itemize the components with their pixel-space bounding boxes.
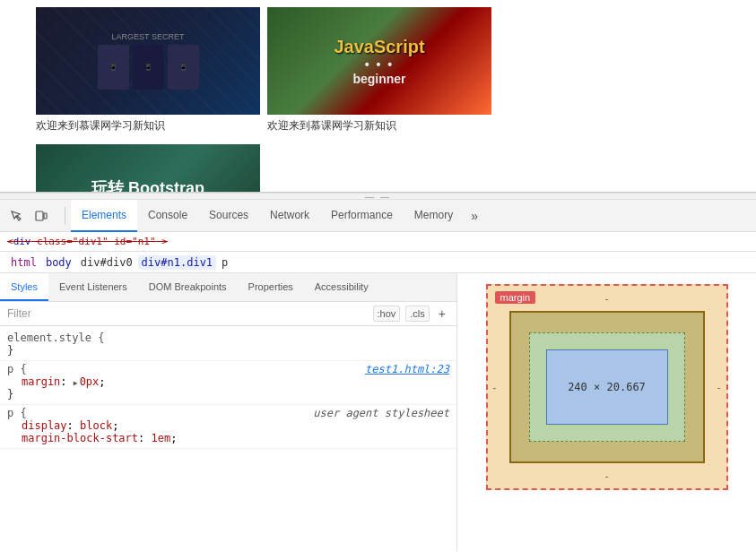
rule-element-style: element.style { } (0, 330, 456, 361)
prop-name-margin: margin (22, 375, 60, 388)
svg-rect-0 (36, 211, 43, 220)
course-thumb-1: LARGEST SECRET 📱 📱 📱 (36, 7, 260, 115)
styles-tab-styles[interactable]: Styles (0, 273, 48, 301)
breadcrumb-body[interactable]: body (42, 255, 75, 270)
course-thumb-3: 玩转 Bootstrap 基础篇 (36, 144, 260, 193)
rule-p-useragent: p { user agent stylesheet display: block… (0, 405, 456, 449)
prop-value-margin: 0px (80, 375, 100, 388)
toolbar-icons (5, 205, 52, 227)
styles-tab-properties[interactable]: Properties (238, 273, 304, 301)
tab-sources[interactable]: Sources (198, 200, 259, 232)
devtools-panel: Elements Console Sources Network Perform… (0, 200, 756, 560)
margin-bottom-value: - (605, 470, 609, 481)
element-preview: <div class="div1" id="n1" > (0, 232, 756, 252)
cls-button[interactable]: .cls (405, 306, 430, 322)
rule-source-useragent: user agent stylesheet (313, 407, 449, 419)
toolbar-divider (65, 207, 65, 225)
rule-selector-p-test1: p { test1.html:23 (7, 363, 449, 375)
prop-value-margin-block-start: 1em (152, 432, 171, 444)
filter-input[interactable] (7, 307, 368, 320)
device-toggle-icon[interactable] (30, 205, 52, 227)
prop-name-margin-block-start: margin-block-start (22, 432, 138, 444)
box-margin: margin - - - - border - - - - (486, 284, 728, 490)
styles-tabs: Styles Event Listeners DOM Breakpoints P… (0, 273, 456, 302)
rule-source-test1[interactable]: test1.html:23 (365, 363, 449, 375)
element-preview-text: <div class="div1" id="n1" > (7, 236, 168, 247)
box-content: 240 × 20.667 (546, 349, 668, 425)
tab-console[interactable]: Console (137, 200, 198, 232)
course-card-1: LARGEST SECRET 📱 📱 📱 欢迎来到慕课网学习新知识 (36, 7, 260, 137)
tab-memory[interactable]: Memory (404, 200, 464, 232)
hov-button[interactable]: :hov (373, 306, 401, 322)
breadcrumb: html body div#div0 div#n1.div1 p (0, 252, 756, 273)
rule-prop-margin: margin: ▶0px; (7, 375, 449, 388)
styles-tab-accessibility[interactable]: Accessibility (304, 273, 379, 301)
tab-performance[interactable]: Performance (320, 200, 404, 232)
box-border: border - - - - padding - - - (509, 311, 705, 463)
devtools-main: Styles Event Listeners DOM Breakpoints P… (0, 273, 756, 551)
course-card-2: JavaScript • • • beginner 欢迎来到慕课网学习新知识 (267, 7, 491, 137)
course-card-3: 玩转 Bootstrap 基础篇 欢迎来到慕课网学习新知识 (36, 144, 260, 193)
course-title-1: 欢迎来到慕课网学习新知识 (36, 115, 260, 137)
margin-right-value: - (717, 382, 721, 392)
course-title-2: 欢迎来到慕课网学习新知识 (267, 115, 491, 137)
box-model-diagram: margin - - - - border - - - - (486, 284, 728, 490)
tab-network[interactable]: Network (259, 200, 320, 232)
box-padding: padding - - - - 240 × 20.667 (529, 332, 685, 442)
rule-selector-p-useragent: p { user agent stylesheet (7, 407, 449, 419)
styles-tab-event-listeners[interactable]: Event Listeners (48, 273, 138, 301)
margin-expand-icon[interactable]: ▶ (74, 379, 78, 387)
rule-close-p-test1: } (7, 388, 449, 401)
tab-elements[interactable]: Elements (71, 200, 137, 232)
styles-tab-dom-breakpoints[interactable]: DOM Breakpoints (138, 273, 238, 301)
prop-name-display: display (22, 419, 67, 432)
breadcrumb-div0[interactable]: div#div0 (77, 255, 136, 270)
margin-left-value: - (493, 382, 497, 392)
filter-bar: :hov .cls + (0, 302, 456, 326)
css-rules: element.style { } p { test1.html:23 marg… (0, 326, 456, 452)
more-tabs-icon[interactable]: » (464, 200, 485, 232)
svg-rect-1 (44, 213, 47, 219)
box-model-panel: margin - - - - border - - - - (457, 273, 756, 551)
breadcrumb-p[interactable]: p (218, 255, 231, 270)
rule-close-element-style: } (7, 344, 449, 357)
rule-selector-element-style: element.style { (7, 332, 449, 344)
devtools-toolbar: Elements Console Sources Network Perform… (0, 200, 756, 232)
breadcrumb-n1div1[interactable]: div#n1.div1 (138, 255, 216, 270)
course-thumb-2: JavaScript • • • beginner (267, 7, 491, 115)
devtools-tab-list: Elements Console Sources Network Perform… (71, 200, 751, 232)
browser-content: LARGEST SECRET 📱 📱 📱 欢迎来到慕课网学习新知识 JavaSc… (0, 0, 756, 193)
styles-panel: Styles Event Listeners DOM Breakpoints P… (0, 273, 457, 551)
breadcrumb-html[interactable]: html (7, 255, 40, 270)
inspector-icon[interactable] (5, 205, 27, 227)
add-style-button[interactable]: + (435, 306, 449, 321)
course-grid: LARGEST SECRET 📱 📱 📱 欢迎来到慕课网学习新知识 JavaSc… (0, 0, 756, 193)
prop-value-display: block (80, 419, 112, 432)
margin-top-value: - (605, 293, 609, 304)
rule-p-test1: p { test1.html:23 margin: ▶0px; } (0, 361, 456, 405)
rule-prop-display: display: block; (7, 419, 449, 432)
content-size: 240 × 20.667 (568, 381, 646, 393)
rule-prop-margin-block-start: margin-block-start: 1em; (7, 432, 449, 444)
margin-label: margin (495, 291, 536, 304)
